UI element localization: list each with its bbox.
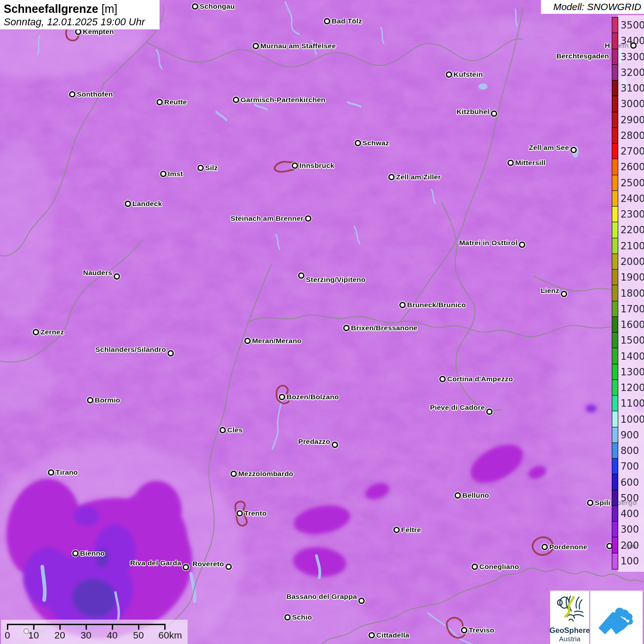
legend-value-label: 2600	[621, 161, 644, 172]
legend-value-label: 1500	[621, 335, 644, 346]
city-label: Zell am Ziller	[396, 173, 441, 181]
legend-value-label: 3400	[621, 35, 644, 46]
title-unit: [m]	[102, 2, 118, 15]
city-dot	[160, 171, 167, 177]
city-dot	[439, 376, 446, 382]
title-text: Schneefallgrenze	[4, 2, 98, 15]
legend-swatch-1400	[612, 348, 618, 364]
scalebar-label: 0	[5, 630, 10, 641]
city-dot	[197, 165, 204, 171]
legend-swatch-2200	[612, 222, 618, 238]
legend-swatch-1500	[612, 333, 618, 348]
city-label: Belluno	[462, 491, 489, 500]
city-dot	[486, 408, 493, 415]
city-label: Sonthofen	[77, 90, 113, 98]
city-label: Bad Tölz	[332, 17, 362, 25]
legend-swatch-200	[612, 537, 618, 553]
scalebar-tick	[86, 624, 87, 630]
legend-value-label: 3200	[621, 67, 644, 78]
legend-value-label: 2900	[621, 115, 644, 126]
legend-swatch-2500	[612, 175, 618, 191]
legend-value-label: 2100	[621, 241, 644, 252]
city-dot	[233, 97, 239, 103]
city-label: Schongau	[200, 2, 235, 11]
city-label: Rovereto	[192, 560, 224, 568]
map-title: Schneefallgrenze [m]	[4, 2, 155, 16]
legend-swatch-1100	[612, 396, 618, 411]
legend-value-label: 1300	[621, 367, 644, 378]
legend-value-label: 1800	[621, 288, 644, 299]
legend-swatch-500	[612, 490, 618, 506]
legend-swatch-1700	[612, 301, 618, 317]
city-label: Steinach am Brenner	[230, 214, 304, 223]
legend-value-label: 1100	[621, 398, 644, 409]
city-label: Cles	[227, 426, 243, 434]
city-dot	[167, 350, 174, 356]
city-dot	[587, 500, 593, 506]
legend-value-label: 2800	[621, 130, 644, 141]
city-dot	[156, 99, 163, 105]
legend-colorbar	[612, 17, 618, 569]
city-label: Schwaz	[362, 139, 389, 147]
legend-value-label: 2500	[621, 178, 644, 189]
snowfall-limit-map: SchongauBad TölzKemptenMurnau am Staffel…	[0, 0, 644, 644]
city-label: Innsbruck	[299, 161, 334, 170]
city-label: Zernez	[40, 328, 64, 336]
city-dot	[219, 427, 226, 433]
city-dot	[69, 91, 75, 98]
city-label: Meran/Merano	[252, 337, 301, 345]
legend-swatch-2800	[612, 128, 618, 144]
city-dot	[399, 302, 406, 308]
legend-value-label: 900	[621, 430, 639, 441]
city-label: Tirano	[56, 468, 78, 477]
legend-value-label: 800	[621, 445, 639, 456]
city-label: Zell am See	[529, 144, 569, 152]
legend-swatch-3500	[612, 17, 618, 33]
city-dot	[298, 272, 305, 279]
legend-value-label: 2300	[621, 209, 644, 220]
city-dot	[446, 71, 452, 78]
legend-value-label: 2000	[621, 256, 644, 267]
city-dot	[355, 140, 361, 146]
geosphere-logo-country: Austria	[559, 635, 581, 643]
scalebar-tick	[59, 624, 61, 630]
city-dot	[125, 201, 131, 207]
scalebar-label: 40	[107, 630, 117, 641]
legend-swatch-600	[612, 474, 618, 490]
legend-swatch-300	[612, 522, 618, 537]
legend-swatch-1900	[612, 270, 618, 285]
scalebar-tick	[112, 624, 113, 630]
city-dot	[284, 614, 291, 621]
legend-value-label: 1400	[621, 351, 644, 362]
city-label: Imst	[168, 170, 183, 178]
legend-swatch-2000	[612, 254, 618, 270]
scalebar-tick	[7, 624, 8, 630]
city-dot	[491, 110, 497, 117]
city-label: Pordenone	[549, 543, 587, 551]
city-label: Trento	[244, 509, 267, 518]
city-dot	[507, 160, 514, 166]
city-dot	[358, 598, 365, 604]
city-dot	[324, 18, 330, 24]
city-label: Berchtesgaden	[556, 52, 609, 60]
geosphere-logo-icon	[553, 592, 586, 626]
city-label: Brixen/Bressanone	[351, 324, 418, 332]
partner-logo-box	[590, 591, 643, 644]
city-dot	[570, 147, 577, 153]
city-label: Feltre	[401, 526, 421, 534]
city-label: Pieve di Cadore	[430, 403, 485, 412]
legend-value-label: 500	[621, 493, 639, 504]
city-dot	[236, 510, 243, 517]
legend-value-label: 3100	[621, 83, 644, 94]
legend-value-label: 1700	[621, 304, 644, 315]
legend-swatch-1300	[612, 364, 618, 380]
legend-value-label: 1000	[621, 414, 644, 425]
legend-swatch-3000	[612, 96, 618, 112]
legend-value-label: 600	[621, 477, 639, 488]
city-label: Garmisch-Partenkirchen	[241, 96, 325, 104]
legend-value-label: 2700	[621, 146, 644, 157]
city-dot	[461, 627, 467, 633]
map-timestamp: Sonntag, 12.01.2025 19:00 Uhr	[4, 16, 155, 29]
city-dot	[72, 550, 79, 557]
legend-swatch-800	[612, 443, 618, 459]
